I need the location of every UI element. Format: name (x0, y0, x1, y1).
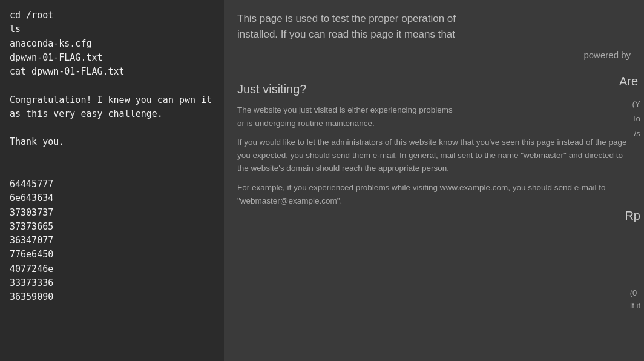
browser-top-line1: This page is used to test the proper ope… (237, 11, 631, 27)
right-frag-line3: /s (632, 127, 640, 141)
just-visiting-body1: The website you just visited is either e… (237, 104, 631, 130)
powered-by-text: powered by (237, 48, 631, 62)
browser-top-text: This page is used to test the proper ope… (237, 11, 631, 42)
right-frag-line1: (Y (632, 97, 640, 111)
browser-top-line2: installed. If you can read this page it … (237, 27, 631, 42)
browser-pane: This page is used to test the proper ope… (224, 0, 644, 361)
detail-text1: If you would like to let the administrat… (237, 136, 631, 175)
are-fragment: Are (619, 71, 638, 91)
rp-fragment: Rp (625, 206, 640, 225)
detail-text2: For example, if you experienced problems… (237, 181, 631, 207)
bottom-right-line1: (0 (630, 287, 640, 300)
right-frag-line2: To (632, 111, 640, 126)
bottom-right-fragment: (0 If it (630, 287, 640, 313)
terminal-output: cd /root ls anaconda-ks.cfg dpwwn-01-FLA… (10, 8, 214, 304)
terminal-pane: cd /root ls anaconda-ks.cfg dpwwn-01-FLA… (0, 0, 224, 361)
right-fragment: (Y To /s (632, 97, 640, 141)
bottom-right-line2: If it (630, 300, 640, 313)
just-visiting-title: Just visiting? (237, 79, 631, 99)
